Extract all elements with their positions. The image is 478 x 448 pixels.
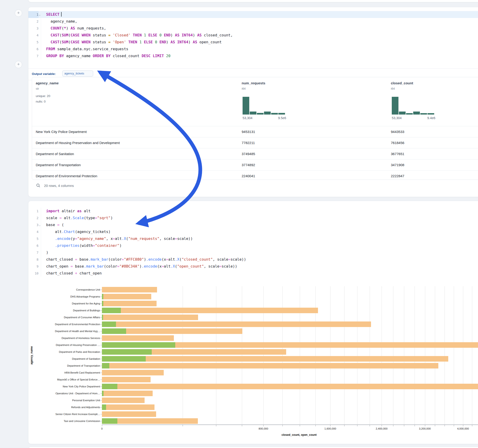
closed-count-bar[interactable] bbox=[102, 308, 318, 313]
table-row[interactable]: Department of Sanitation37494853677651 bbox=[32, 148, 478, 160]
x-tick bbox=[263, 425, 264, 426]
open-count-bar[interactable] bbox=[102, 363, 109, 368]
open-count-bar[interactable] bbox=[102, 294, 103, 299]
table-row[interactable]: Department of Environmental Protection22… bbox=[32, 170, 478, 180]
closed-count-bar[interactable] bbox=[102, 356, 448, 361]
histogram-max-label: 9.5e6 bbox=[278, 116, 286, 120]
output-variable-chip[interactable]: agency_tickets bbox=[62, 70, 93, 76]
histogram-min-label: 53,304 bbox=[243, 116, 252, 120]
closed-count-bar[interactable] bbox=[102, 391, 153, 396]
table-row[interactable]: Department of Transportation377489234719… bbox=[32, 159, 478, 171]
closed-count-bar[interactable] bbox=[102, 411, 156, 417]
code-line[interactable]: 10chart_closed + chart_open bbox=[28, 270, 478, 277]
closed-count-bar[interactable] bbox=[102, 404, 155, 410]
search-icon[interactable] bbox=[36, 183, 40, 188]
column-header[interactable]: num_requests bbox=[242, 81, 265, 85]
gridline bbox=[263, 286, 264, 424]
code-text: GROUP BY agency_name ORDER BY closed_cou… bbox=[41, 53, 170, 59]
line-number: 10 bbox=[28, 270, 38, 277]
open-count-bar[interactable] bbox=[102, 384, 117, 389]
closed-count-bar[interactable] bbox=[102, 377, 151, 382]
open-count-bar[interactable] bbox=[102, 418, 117, 424]
text-cursor bbox=[61, 12, 62, 17]
closed-count-bar[interactable] bbox=[102, 398, 145, 403]
open-count-bar[interactable] bbox=[102, 342, 175, 348]
table-cell: 3774892 bbox=[242, 160, 255, 171]
add-cell-button-output[interactable]: + bbox=[15, 61, 22, 68]
open-count-bar[interactable] bbox=[102, 322, 116, 327]
line-number: 7 bbox=[28, 53, 38, 59]
code-line[interactable]: 5 CAST(SUM(CASE WHEN status = 'Open' THE… bbox=[28, 39, 478, 46]
closed-count-bar[interactable] bbox=[102, 370, 164, 375]
y-tick bbox=[101, 304, 102, 304]
x-tick-label: 1,600,000 bbox=[324, 427, 336, 430]
closed-count-bar[interactable] bbox=[102, 322, 371, 327]
open-count-bar[interactable] bbox=[102, 308, 121, 313]
code-line[interactable]: 7) bbox=[28, 249, 478, 256]
y-axis-label: Department of Buildings bbox=[26, 309, 100, 312]
open-count-bar[interactable] bbox=[102, 328, 126, 334]
histogram-bar bbox=[257, 113, 264, 115]
python-code-editor[interactable]: 1import altair as alt2scale = alt.Scale(… bbox=[28, 208, 478, 279]
closed-count-bar[interactable] bbox=[102, 384, 478, 389]
altair-chart: agency_nameCorrespondence UnitDHS Advant… bbox=[28, 283, 478, 439]
table-row[interactable]: New York City Police Department945313194… bbox=[32, 126, 478, 137]
y-axis-label: HRA Benefit Card Replacement bbox=[26, 371, 100, 374]
code-text: SELECT bbox=[41, 11, 62, 18]
line-number: 1 bbox=[28, 208, 38, 215]
code-text: chart_closed = base.mark_bar(color="#FFC… bbox=[41, 256, 246, 263]
code-line[interactable]: 8chart_closed = base.mark_bar(color="#FF… bbox=[28, 256, 478, 263]
y-tick bbox=[101, 421, 102, 421]
closed-count-bar[interactable] bbox=[102, 301, 157, 306]
add-cell-button-top[interactable]: + bbox=[15, 9, 22, 17]
gridline bbox=[382, 286, 382, 424]
closed-count-bar[interactable] bbox=[102, 335, 174, 341]
code-line[interactable]: 1import altair as alt bbox=[28, 208, 478, 215]
line-number: 3 bbox=[28, 221, 38, 228]
closed-count-bar[interactable] bbox=[102, 315, 198, 320]
open-count-bar[interactable] bbox=[102, 301, 103, 306]
line-number: 8 bbox=[28, 256, 38, 263]
code-text: CAST(SUM(CASE WHEN status = 'Open' THEN … bbox=[41, 39, 222, 46]
table-cell: 3471908 bbox=[391, 160, 404, 171]
x-tick-label: 800,000 bbox=[259, 427, 268, 430]
open-count-bar[interactable] bbox=[102, 315, 103, 320]
table-cell: 3749485 bbox=[242, 148, 255, 160]
code-line[interactable]: 4 CAST(SUM(CASE WHEN status = 'Closed' T… bbox=[28, 32, 478, 39]
column-header[interactable]: agency_name bbox=[36, 81, 59, 85]
collapse-chevron-icon[interactable]: ⌄ bbox=[39, 11, 41, 18]
code-line[interactable]: 6FROM sample_data.nyc.service_requests bbox=[28, 46, 478, 53]
y-tick bbox=[101, 338, 102, 338]
code-line[interactable]: 3⌄base = ( bbox=[28, 221, 478, 228]
code-line[interactable]: 4 alt.Chart(agency_tickets) bbox=[28, 228, 478, 235]
open-count-bar[interactable] bbox=[102, 349, 152, 355]
collapse-chevron-icon[interactable]: ⌄ bbox=[39, 222, 41, 229]
open-count-bar[interactable] bbox=[102, 391, 104, 396]
code-line[interactable]: 9chart_open = base.mark_bar(color="#8BC3… bbox=[28, 263, 478, 270]
x-tick bbox=[102, 425, 102, 426]
code-line[interactable]: 2 agency_name, bbox=[28, 18, 478, 25]
code-line[interactable]: 5 .encode(y="agency_name", x=alt.X("num_… bbox=[28, 235, 478, 242]
code-line[interactable]: 6 .properties(width="container") bbox=[28, 242, 478, 249]
code-line[interactable]: 2scale = alt.Scale(type="sqrt") bbox=[28, 215, 478, 221]
column-header[interactable]: closed_count bbox=[391, 81, 413, 85]
y-axis-title: agency_name bbox=[30, 346, 33, 364]
y-tick bbox=[101, 386, 102, 387]
code-line[interactable]: 1⌄SELECT bbox=[28, 11, 478, 18]
code-line[interactable]: 7GROUP BY agency_name ORDER BY closed_co… bbox=[28, 53, 478, 59]
sql-code-editor[interactable]: 1⌄SELECT2 agency_name,3 COUNT(*) AS num_… bbox=[28, 11, 478, 66]
gridline bbox=[435, 286, 435, 424]
x-tick bbox=[344, 425, 345, 426]
open-count-bar[interactable] bbox=[102, 356, 146, 361]
closed-count-bar[interactable] bbox=[102, 287, 157, 292]
x-tick bbox=[382, 425, 382, 426]
table-row[interactable]: Department of Housing Preservation and D… bbox=[32, 137, 478, 148]
closed-count-bar[interactable] bbox=[102, 294, 151, 299]
closed-count-bar[interactable] bbox=[102, 363, 438, 368]
table-cell: 7618456 bbox=[391, 137, 404, 148]
histogram-bar bbox=[420, 113, 427, 115]
code-text: CAST(SUM(CASE WHEN status = 'Closed' THE… bbox=[41, 32, 233, 39]
open-count-bar[interactable] bbox=[102, 404, 106, 410]
code-line[interactable]: 3 COUNT(*) AS num_requests, bbox=[28, 25, 478, 32]
code-text: import altair as alt bbox=[41, 208, 91, 215]
